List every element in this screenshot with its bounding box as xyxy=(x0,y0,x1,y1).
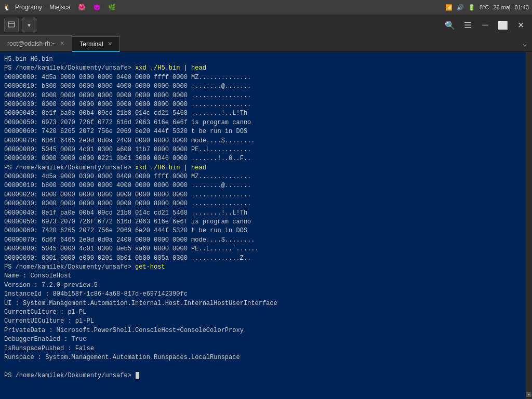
taskbar-temperature: 8°C xyxy=(480,4,489,10)
terminal-content[interactable]: H5.bin H6.binPS /home/kamilek/Dokumenty/… xyxy=(0,52,526,399)
window-controls: 🔍 ☰ ─ ⬜ ✕ xyxy=(443,18,528,32)
close-button[interactable]: ✕ xyxy=(513,18,528,32)
terminal-line: InstanceId : 804b158f-1c86-4a68-817d-e69… xyxy=(4,290,522,299)
taskbar-date: 26 maj xyxy=(493,4,510,10)
terminal-line: IsRunspacePushed : False xyxy=(4,344,522,353)
taskbar-menu-programy[interactable]: Programy xyxy=(15,4,42,11)
taskbar-app-icon3: 🌿 xyxy=(108,4,116,11)
terminal-line: Name : ConsoleHost xyxy=(4,272,522,281)
terminal-line xyxy=(4,362,522,371)
tab-root[interactable]: root@oddish-rh:~ ✕ xyxy=(0,35,72,51)
side-scrollbar[interactable]: ▾ xyxy=(526,52,532,399)
search-button[interactable]: 🔍 xyxy=(443,18,457,32)
terminal-line: PS /home/kamilek/Dokumenty/unsafe> xxd .… xyxy=(4,64,522,73)
tab-bar: root@oddish-rh:~ ✕ Terminal ✕ ⌄ xyxy=(0,35,532,52)
terminal-line: 00000080: 5045 0000 4c01 0300 0eb5 aa60 … xyxy=(4,245,522,254)
taskbar-network-icon: 📶 xyxy=(445,4,453,11)
terminal-line: 00000040: 0e1f ba0e 00b4 09cd 21b8 014c … xyxy=(4,209,522,218)
terminal-line: UI : System.Management.Automation.Intern… xyxy=(4,299,522,308)
terminal-line: PrivateData : Microsoft.PowerShell.Conso… xyxy=(4,326,522,335)
terminal-line: 00000050: 6973 2070 726f 6772 616d 2063 … xyxy=(4,218,522,227)
cursor xyxy=(136,372,139,379)
svg-rect-0 xyxy=(8,22,15,27)
terminal-line: Runspace : System.Management.Automation.… xyxy=(4,353,522,362)
terminal-line: 00000060: 7420 6265 2072 756e 2069 6e20 … xyxy=(4,227,522,235)
terminal-line: Version : 7.2.0-preview.5 xyxy=(4,281,522,290)
taskbar-app-icon2: 😈 xyxy=(93,4,101,11)
tab-root-close[interactable]: ✕ xyxy=(60,40,64,47)
tab-terminal-label: Terminal xyxy=(79,41,103,48)
terminal-line: 00000030: 0000 0000 0000 0000 0000 0000 … xyxy=(4,200,522,208)
terminal-line: H5.bin H6.bin xyxy=(4,55,522,64)
terminal-line: DebuggerEnabled : True xyxy=(4,335,522,344)
tab-root-label: root@oddish-rh:~ xyxy=(7,40,56,47)
terminal-line: PS /home/kamilek/Dokumenty/unsafe> xyxy=(4,371,522,380)
terminal-line: 00000030: 0000 0000 0000 0000 0000 0000 … xyxy=(4,100,522,109)
os-logo-icon: 🐧 xyxy=(3,4,11,11)
terminal-line: 00000010: b800 0000 0000 0000 4000 0000 … xyxy=(4,82,522,91)
hamburger-button[interactable]: ☰ xyxy=(460,18,475,32)
taskbar-right: 📶 🔊 🔋 8°C 26 maj 01:43 xyxy=(445,4,529,11)
tab-terminal[interactable]: Terminal ✕ xyxy=(72,36,119,52)
maximize-button[interactable]: ⬜ xyxy=(496,18,510,32)
minimize-button[interactable]: ─ xyxy=(478,18,493,32)
terminal-line: PS /home/kamilek/Dokumenty/unsafe> get-h… xyxy=(4,263,522,272)
terminal-line: 00000090: 0000 0000 e000 0221 0b01 3000 … xyxy=(4,154,522,163)
taskbar-menu: Programy Miejsca 🌺 😈 🌿 xyxy=(15,4,116,11)
taskbar-volume-icon: 🔊 xyxy=(457,4,464,11)
terminal-line: 00000070: 6d6f 6465 2e0d 0d0a 2400 0000 … xyxy=(4,137,522,145)
terminal-line: 00000020: 0000 0000 0000 0000 0000 0000 … xyxy=(4,191,522,200)
terminal-line: 00000070: 6d6f 6465 2e0d 0d0a 2400 0000 … xyxy=(4,236,522,245)
terminal-icon xyxy=(8,21,15,29)
scroll-down-button[interactable]: ▾ xyxy=(526,392,531,397)
window-toolbar: ▾ 🔍 ☰ ─ ⬜ ✕ xyxy=(0,15,532,35)
chevron-down-icon: ▾ xyxy=(27,21,31,30)
new-tab-add-button[interactable]: ⌄ xyxy=(517,35,532,51)
taskbar-menu-miejsca[interactable]: Miejsca xyxy=(49,4,71,11)
terminal-line: 00000020: 0000 0000 0000 0000 0000 0000 … xyxy=(4,91,522,100)
taskbar: 🐧 Programy Miejsca 🌺 😈 🌿 📶 🔊 🔋 8°C 26 ma… xyxy=(0,0,532,15)
terminal-line: 00000060: 7420 6265 2072 756e 2069 6e20 … xyxy=(4,127,522,136)
terminal-line: PS /home/kamilek/Dokumenty/unsafe> xxd .… xyxy=(4,164,522,172)
terminal-line: 00000080: 5045 0000 4c01 0300 a600 11b7 … xyxy=(4,145,522,154)
taskbar-time: 01:43 xyxy=(514,4,529,10)
terminal-line: 00000000: 4d5a 9000 0300 0000 0400 0000 … xyxy=(4,73,522,82)
taskbar-app-icon1: 🌺 xyxy=(78,4,86,11)
taskbar-battery-icon: 🔋 xyxy=(468,4,475,11)
terminal-window: ▾ 🔍 ☰ ─ ⬜ ✕ root@oddish-rh:~ ✕ Terminal … xyxy=(0,15,532,399)
new-tab-button[interactable] xyxy=(4,18,19,32)
terminal-line: 00000010: b800 0000 0000 0000 4000 0000 … xyxy=(4,181,522,190)
terminal-line: 00000040: 0e1f ba0e 00b4 09cd 21b8 014c … xyxy=(4,109,522,118)
dropdown-button[interactable]: ▾ xyxy=(22,18,36,32)
terminal-line: CurrentCulture : pl-PL xyxy=(4,308,522,317)
terminal-line: 00000000: 4d5a 9000 0300 0000 0400 0000 … xyxy=(4,172,522,181)
terminal-line: 00000090: 0001 0000 e000 0201 0b01 0b00 … xyxy=(4,254,522,263)
terminal-line: 00000050: 6973 2070 726f 6772 616d 2063 … xyxy=(4,118,522,127)
tab-terminal-close[interactable]: ✕ xyxy=(108,41,112,47)
terminal-line: CurrentUICulture : pl-PL xyxy=(4,317,522,326)
